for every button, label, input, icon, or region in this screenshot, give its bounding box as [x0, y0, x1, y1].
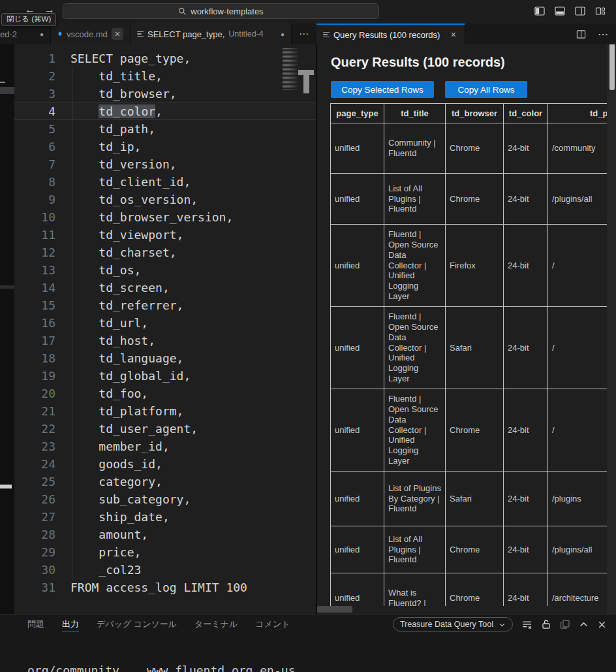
panel-tab-コメント[interactable]: コメント — [255, 615, 290, 634]
table-cell[interactable]: unified — [331, 573, 384, 607]
code-line[interactable]: 15 td_referrer, — [14, 296, 316, 314]
table-row[interactable]: unifiedWhat is Fluentd? |Chrome24-bit/ar… — [331, 573, 610, 607]
code-line[interactable]: 22 td_user_agent, — [14, 420, 316, 438]
close-tab-icon[interactable]: × — [112, 28, 123, 40]
tab-untitled-2[interactable]: ed-2 ● — [0, 24, 51, 44]
copy-all-rows-button[interactable]: Copy All Rows — [445, 81, 527, 98]
table-row[interactable]: unifiedList of Plugins By Category | Flu… — [331, 472, 610, 526]
table-cell[interactable]: unified — [331, 225, 384, 307]
customize-layout-icon[interactable] — [595, 6, 606, 16]
output-console[interactable]: org/communitywww.fluentd.org en-us a07d8… — [0, 634, 616, 672]
command-center-search[interactable]: workflow-templates — [63, 3, 379, 19]
code-line[interactable]: 8 td_client_id, — [14, 173, 316, 191]
panel-tab-デバッグ コンソール[interactable]: デバッグ コンソール — [97, 615, 177, 634]
tab-untitled-4-sql[interactable]: SELECT page_type, Untitled-4 ● — [131, 24, 292, 44]
table-cell[interactable]: 24-bit — [504, 573, 548, 607]
code-line[interactable]: 20 td_foo, — [14, 385, 316, 402]
table-cell[interactable]: 24-bit — [504, 225, 548, 307]
table-cell[interactable]: unified — [331, 307, 384, 389]
toggle-primary-sidebar-icon[interactable] — [534, 6, 545, 16]
table-row[interactable]: unifiedList of All Plugins | FluentdChro… — [331, 526, 610, 573]
code-line[interactable]: 26 sub_category, — [14, 490, 316, 508]
open-output-in-editor-icon[interactable] — [560, 619, 570, 630]
code-editor[interactable]: 1SELECT page_type,2 td_title,3 td_browse… — [14, 44, 316, 614]
webview-vertical-scrollbar[interactable] — [607, 44, 616, 614]
code-line[interactable]: 13 td_os, — [14, 261, 316, 279]
table-cell[interactable]: 24-bit — [504, 174, 548, 225]
close-tab-icon[interactable]: × — [449, 29, 458, 40]
table-cell[interactable]: unified — [331, 472, 384, 526]
tab-vscode-md[interactable]: vscode.md × — [51, 24, 131, 44]
table-cell[interactable]: Chrome — [446, 174, 504, 225]
table-cell[interactable]: Chrome — [446, 526, 504, 573]
code-line[interactable]: 10 td_browser_version, — [14, 208, 316, 226]
scrollbar-thumb[interactable] — [303, 75, 309, 93]
table-cell[interactable]: / — [548, 225, 610, 307]
code-line[interactable]: 18 td_language, — [14, 349, 316, 367]
table-cell[interactable]: /plugins/all — [548, 526, 610, 573]
table-cell[interactable]: List of Plugins By Category | Fluentd — [384, 472, 446, 526]
code-line[interactable]: 1SELECT page_type, — [14, 50, 316, 67]
table-cell[interactable]: What is Fluentd? | — [384, 573, 446, 607]
table-cell[interactable]: 24-bit — [504, 123, 548, 174]
table-cell[interactable]: 24-bit — [504, 526, 548, 573]
close-panel-icon[interactable] — [597, 620, 607, 630]
code-line[interactable]: 14 td_screen, — [14, 279, 316, 296]
table-cell[interactable]: Community | Fluentd — [384, 123, 446, 174]
table-cell[interactable]: Fluentd | Open Source Data Collector | U… — [384, 307, 446, 389]
minimap[interactable] — [283, 48, 300, 90]
tab-query-results[interactable]: Query Results (100 records) × — [316, 24, 465, 44]
table-cell[interactable]: / — [548, 307, 610, 389]
code-line[interactable]: 31FROM access_log LIMIT 100 — [14, 579, 316, 596]
code-line[interactable]: 29 price, — [14, 543, 316, 561]
table-cell[interactable]: Fluentd | Open Source Data Collector | U… — [384, 225, 446, 307]
webview-horizontal-scrollbar-thumb[interactable] — [317, 606, 352, 613]
tab-overflow-button[interactable]: ⋯ — [292, 24, 316, 44]
toggle-panel-icon[interactable] — [555, 6, 565, 16]
table-cell[interactable]: unified — [331, 389, 384, 472]
table-row[interactable]: unifiedList of All Plugins | FluentdChro… — [331, 174, 610, 225]
table-cell[interactable]: 24-bit — [504, 307, 548, 389]
code-line[interactable]: 3 td_browser, — [14, 85, 316, 103]
panel-tab-出力[interactable]: 出力 — [62, 615, 79, 634]
table-cell[interactable]: 24-bit — [504, 472, 548, 526]
table-cell[interactable]: 24-bit — [504, 389, 548, 472]
table-cell[interactable]: Firefox — [446, 225, 504, 307]
table-cell[interactable]: /plugins/all — [548, 174, 610, 225]
table-cell[interactable]: / — [548, 389, 610, 472]
table-cell[interactable]: Safari — [446, 472, 504, 526]
table-cell[interactable]: Chrome — [446, 389, 504, 472]
table-cell[interactable]: unified — [331, 123, 384, 174]
table-cell[interactable]: Fluentd | Open Source Data Collector | U… — [384, 389, 446, 472]
output-link[interactable]: org/community — [27, 664, 119, 672]
copy-selected-rows-button[interactable]: Copy Selected Rows — [331, 81, 434, 98]
code-line[interactable]: 9 td_os_version, — [14, 191, 316, 208]
code-line[interactable]: 21 td_platform, — [14, 402, 316, 420]
output-channel-dropdown[interactable]: Treasure Data Query Tool — [393, 617, 513, 632]
code-line[interactable]: 11 td_viewport, — [14, 226, 316, 244]
table-cell[interactable]: Chrome — [446, 123, 504, 174]
code-line[interactable]: 4 td_color, — [14, 103, 316, 120]
code-line[interactable]: 24 goods_id, — [14, 455, 316, 473]
table-cell[interactable]: /architecture — [548, 573, 610, 607]
code-line[interactable]: 19 td_global_id, — [14, 367, 316, 385]
table-cell[interactable]: List of All Plugins | Fluentd — [384, 174, 446, 225]
panel-tab-ターミナル[interactable]: ターミナル — [194, 615, 238, 634]
scrollbar-decoration[interactable] — [298, 70, 314, 75]
table-row[interactable]: unifiedCommunity | FluentdChrome24-bit/c… — [331, 123, 610, 174]
table-cell[interactable]: /plugins — [548, 472, 610, 526]
table-cell[interactable]: unified — [331, 174, 384, 225]
table-cell[interactable]: List of All Plugins | Fluentd — [384, 526, 446, 573]
code-line[interactable]: 5 td_path, — [14, 120, 316, 138]
code-line[interactable]: 25 category, — [14, 473, 316, 490]
table-row[interactable]: unifiedFluentd | Open Source Data Collec… — [331, 307, 610, 389]
code-line[interactable]: 23 member_id, — [14, 438, 316, 455]
table-row[interactable]: unifiedFluentd | Open Source Data Collec… — [331, 389, 610, 472]
clear-output-icon[interactable] — [521, 619, 532, 630]
lock-scroll-icon[interactable] — [541, 619, 551, 630]
code-line[interactable]: 6 td_ip, — [14, 138, 316, 155]
code-line[interactable]: 30 _col23 — [14, 561, 316, 579]
table-cell[interactable]: unified — [331, 526, 384, 573]
table-row[interactable]: unifiedFluentd | Open Source Data Collec… — [331, 225, 610, 307]
panel-tab-問題[interactable]: 問題 — [27, 615, 44, 634]
